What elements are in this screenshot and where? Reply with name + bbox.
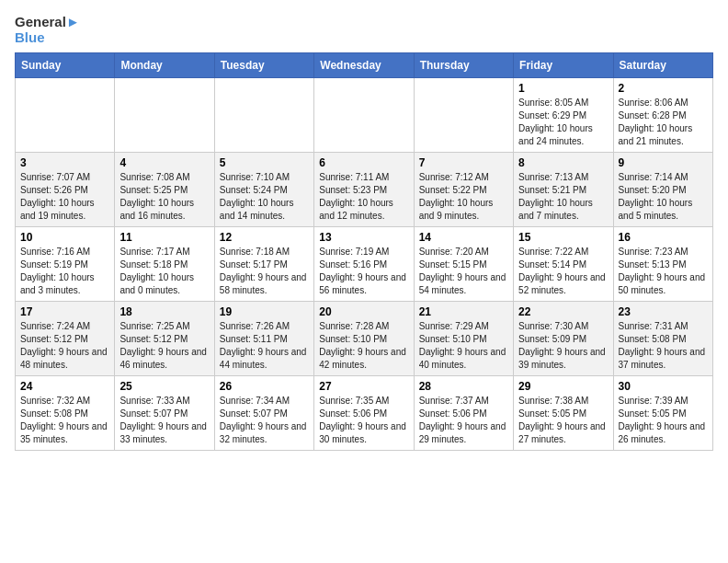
day-number: 16 bbox=[619, 231, 708, 244]
week-row-5: 24Sunrise: 7:32 AM Sunset: 5:08 PM Dayli… bbox=[16, 376, 713, 451]
day-number: 6 bbox=[319, 156, 408, 169]
day-cell bbox=[115, 78, 214, 153]
day-info: Sunrise: 7:22 AM Sunset: 5:14 PM Dayligh… bbox=[518, 246, 608, 297]
col-header-wednesday: Wednesday bbox=[314, 53, 414, 78]
day-cell: 24Sunrise: 7:32 AM Sunset: 5:08 PM Dayli… bbox=[16, 376, 115, 451]
logo-text-general: General► bbox=[15, 15, 80, 30]
day-info: Sunrise: 7:11 AM Sunset: 5:23 PM Dayligh… bbox=[319, 171, 408, 223]
day-cell: 22Sunrise: 7:30 AM Sunset: 5:09 PM Dayli… bbox=[514, 302, 613, 376]
day-number: 11 bbox=[119, 231, 209, 244]
day-number: 4 bbox=[119, 156, 209, 169]
day-number: 3 bbox=[20, 156, 109, 169]
day-number: 19 bbox=[220, 305, 309, 318]
day-cell: 11Sunrise: 7:17 AM Sunset: 5:18 PM Dayli… bbox=[115, 227, 214, 302]
day-number: 14 bbox=[419, 231, 508, 244]
week-row-2: 3Sunrise: 7:07 AM Sunset: 5:26 PM Daylig… bbox=[16, 153, 713, 227]
logo: General► Blue bbox=[15, 15, 80, 45]
day-cell: 30Sunrise: 7:39 AM Sunset: 5:05 PM Dayli… bbox=[613, 376, 712, 451]
day-info: Sunrise: 7:08 AM Sunset: 5:25 PM Dayligh… bbox=[119, 171, 209, 223]
day-info: Sunrise: 7:35 AM Sunset: 5:06 PM Dayligh… bbox=[319, 395, 408, 446]
day-info: Sunrise: 7:25 AM Sunset: 5:12 PM Dayligh… bbox=[119, 320, 209, 372]
day-cell: 3Sunrise: 7:07 AM Sunset: 5:26 PM Daylig… bbox=[16, 153, 115, 227]
day-number: 25 bbox=[119, 380, 209, 393]
logo-text-blue: Blue bbox=[15, 30, 45, 46]
day-cell: 21Sunrise: 7:29 AM Sunset: 5:10 PM Dayli… bbox=[414, 302, 513, 376]
day-number: 12 bbox=[220, 231, 309, 244]
day-cell: 10Sunrise: 7:16 AM Sunset: 5:19 PM Dayli… bbox=[16, 227, 115, 302]
day-cell: 20Sunrise: 7:28 AM Sunset: 5:10 PM Dayli… bbox=[314, 302, 414, 376]
week-row-1: 1Sunrise: 8:05 AM Sunset: 6:29 PM Daylig… bbox=[16, 78, 713, 153]
day-number: 30 bbox=[619, 380, 708, 393]
day-cell: 14Sunrise: 7:20 AM Sunset: 5:15 PM Dayli… bbox=[414, 227, 513, 302]
day-info: Sunrise: 7:26 AM Sunset: 5:11 PM Dayligh… bbox=[220, 320, 309, 372]
day-info: Sunrise: 7:10 AM Sunset: 5:24 PM Dayligh… bbox=[220, 171, 309, 223]
header-row: SundayMondayTuesdayWednesdayThursdayFrid… bbox=[16, 53, 713, 78]
day-info: Sunrise: 7:07 AM Sunset: 5:26 PM Dayligh… bbox=[20, 171, 109, 223]
day-number: 26 bbox=[220, 380, 309, 393]
day-cell: 19Sunrise: 7:26 AM Sunset: 5:11 PM Dayli… bbox=[214, 302, 313, 376]
day-number: 7 bbox=[419, 156, 508, 169]
col-header-monday: Monday bbox=[115, 53, 214, 78]
day-number: 27 bbox=[319, 380, 408, 393]
day-cell: 12Sunrise: 7:18 AM Sunset: 5:17 PM Dayli… bbox=[214, 227, 313, 302]
day-info: Sunrise: 7:17 AM Sunset: 5:18 PM Dayligh… bbox=[119, 246, 209, 297]
day-cell bbox=[414, 78, 513, 153]
calendar-table: SundayMondayTuesdayWednesdayThursdayFrid… bbox=[15, 52, 713, 451]
day-cell: 7Sunrise: 7:12 AM Sunset: 5:22 PM Daylig… bbox=[414, 153, 513, 227]
day-number: 24 bbox=[20, 380, 109, 393]
day-number: 22 bbox=[518, 305, 608, 318]
day-cell: 27Sunrise: 7:35 AM Sunset: 5:06 PM Dayli… bbox=[314, 376, 414, 451]
day-info: Sunrise: 8:05 AM Sunset: 6:29 PM Dayligh… bbox=[518, 97, 608, 148]
day-cell: 6Sunrise: 7:11 AM Sunset: 5:23 PM Daylig… bbox=[314, 153, 414, 227]
day-number: 21 bbox=[419, 305, 508, 318]
day-number: 29 bbox=[518, 380, 608, 393]
day-number: 8 bbox=[518, 156, 608, 169]
day-info: Sunrise: 7:24 AM Sunset: 5:12 PM Dayligh… bbox=[20, 320, 109, 372]
day-info: Sunrise: 7:20 AM Sunset: 5:15 PM Dayligh… bbox=[419, 246, 508, 297]
day-info: Sunrise: 7:31 AM Sunset: 5:08 PM Dayligh… bbox=[619, 320, 708, 372]
day-info: Sunrise: 7:33 AM Sunset: 5:07 PM Dayligh… bbox=[119, 395, 209, 446]
header: General► Blue bbox=[15, 15, 713, 45]
day-number: 17 bbox=[20, 305, 109, 318]
col-header-friday: Friday bbox=[514, 53, 613, 78]
day-info: Sunrise: 7:39 AM Sunset: 5:05 PM Dayligh… bbox=[619, 395, 708, 446]
col-header-thursday: Thursday bbox=[414, 53, 513, 78]
day-info: Sunrise: 7:38 AM Sunset: 5:05 PM Dayligh… bbox=[518, 395, 608, 446]
day-cell: 9Sunrise: 7:14 AM Sunset: 5:20 PM Daylig… bbox=[613, 153, 712, 227]
day-number: 10 bbox=[20, 231, 109, 244]
day-number: 5 bbox=[220, 156, 309, 169]
day-number: 2 bbox=[619, 82, 708, 95]
day-info: Sunrise: 7:32 AM Sunset: 5:08 PM Dayligh… bbox=[20, 395, 109, 446]
day-cell: 5Sunrise: 7:10 AM Sunset: 5:24 PM Daylig… bbox=[214, 153, 313, 227]
day-info: Sunrise: 7:28 AM Sunset: 5:10 PM Dayligh… bbox=[319, 320, 408, 372]
day-info: Sunrise: 7:19 AM Sunset: 5:16 PM Dayligh… bbox=[319, 246, 408, 297]
day-number: 18 bbox=[119, 305, 209, 318]
day-cell bbox=[214, 78, 313, 153]
day-cell: 18Sunrise: 7:25 AM Sunset: 5:12 PM Dayli… bbox=[115, 302, 214, 376]
day-number: 28 bbox=[419, 380, 508, 393]
day-number: 23 bbox=[619, 305, 708, 318]
day-cell: 25Sunrise: 7:33 AM Sunset: 5:07 PM Dayli… bbox=[115, 376, 214, 451]
day-cell: 4Sunrise: 7:08 AM Sunset: 5:25 PM Daylig… bbox=[115, 153, 214, 227]
day-info: Sunrise: 7:30 AM Sunset: 5:09 PM Dayligh… bbox=[518, 320, 608, 372]
col-header-tuesday: Tuesday bbox=[214, 53, 313, 78]
day-cell: 8Sunrise: 7:13 AM Sunset: 5:21 PM Daylig… bbox=[514, 153, 613, 227]
day-number: 15 bbox=[518, 231, 608, 244]
week-row-4: 17Sunrise: 7:24 AM Sunset: 5:12 PM Dayli… bbox=[16, 302, 713, 376]
day-cell: 28Sunrise: 7:37 AM Sunset: 5:06 PM Dayli… bbox=[414, 376, 513, 451]
day-cell: 15Sunrise: 7:22 AM Sunset: 5:14 PM Dayli… bbox=[514, 227, 613, 302]
day-info: Sunrise: 7:13 AM Sunset: 5:21 PM Dayligh… bbox=[518, 171, 608, 223]
day-info: Sunrise: 7:16 AM Sunset: 5:19 PM Dayligh… bbox=[20, 246, 109, 297]
day-cell: 26Sunrise: 7:34 AM Sunset: 5:07 PM Dayli… bbox=[214, 376, 313, 451]
day-cell: 2Sunrise: 8:06 AM Sunset: 6:28 PM Daylig… bbox=[613, 78, 712, 153]
day-info: Sunrise: 7:14 AM Sunset: 5:20 PM Dayligh… bbox=[619, 171, 708, 223]
day-info: Sunrise: 7:37 AM Sunset: 5:06 PM Dayligh… bbox=[419, 395, 508, 446]
day-cell bbox=[314, 78, 414, 153]
day-cell: 23Sunrise: 7:31 AM Sunset: 5:08 PM Dayli… bbox=[613, 302, 712, 376]
day-info: Sunrise: 8:06 AM Sunset: 6:28 PM Dayligh… bbox=[619, 97, 708, 148]
col-header-sunday: Sunday bbox=[16, 53, 115, 78]
day-cell: 16Sunrise: 7:23 AM Sunset: 5:13 PM Dayli… bbox=[613, 227, 712, 302]
day-number: 9 bbox=[619, 156, 708, 169]
day-number: 13 bbox=[319, 231, 408, 244]
col-header-saturday: Saturday bbox=[613, 53, 712, 78]
